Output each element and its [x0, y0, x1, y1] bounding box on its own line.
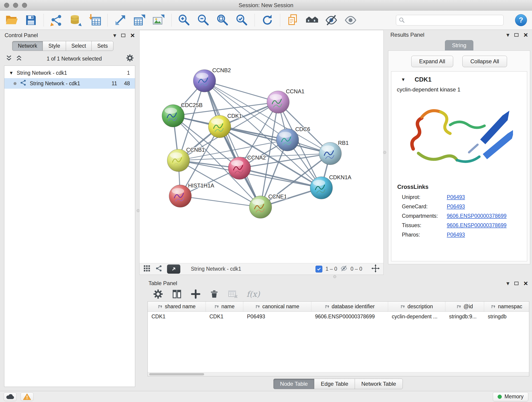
- results-panel: Results Panel ▾ × String Expand All Coll…: [388, 30, 530, 275]
- pan-navigation-icon[interactable]: [371, 264, 380, 274]
- compartments-link[interactable]: 9606.ENSP00000378699: [447, 213, 507, 219]
- select-columns-icon[interactable]: [172, 289, 182, 299]
- tab-node-table[interactable]: Node Table: [273, 379, 314, 389]
- protein-structure-image: [391, 97, 527, 179]
- genecard-link[interactable]: P06493: [447, 204, 465, 210]
- network-label: String Network - cdk1: [30, 80, 80, 87]
- share-view-icon[interactable]: [155, 265, 162, 274]
- export-image-icon[interactable]: [152, 13, 165, 27]
- network-selection-row: 1 of 1 Network selected: [6, 54, 134, 63]
- svg-text:CDK1: CDK1: [227, 113, 242, 119]
- horizontal-scrollbar[interactable]: [148, 372, 529, 376]
- zoom-fit-icon[interactable]: [216, 13, 229, 27]
- column-header[interactable]: namespac: [484, 302, 529, 312]
- collapse-all-button[interactable]: Collapse All: [462, 56, 507, 67]
- column-header[interactable]: shared name: [148, 302, 206, 312]
- save-session-icon[interactable]: [24, 13, 38, 27]
- network-graph[interactable]: CCNB2CCNA1CDC25BCDK1CDC6RB1CCNB1CCNA2CDK…: [139, 30, 383, 263]
- tissues-link[interactable]: 9606.ENSP00000378699: [447, 222, 507, 229]
- table-toolbar: f(x): [146, 288, 530, 301]
- collapse-all-networks-icon[interactable]: [16, 55, 22, 63]
- collapse-panel-icon[interactable]: ▾: [506, 32, 509, 38]
- close-panel-icon[interactable]: ×: [130, 32, 135, 39]
- float-panel-icon[interactable]: [121, 34, 125, 37]
- close-panel-icon[interactable]: ×: [524, 280, 528, 287]
- disclosure-triangle-icon[interactable]: ▼: [9, 70, 13, 76]
- protein-entry-section: ▼ CDK1 cyclin-dependent kinase 1: [391, 71, 527, 261]
- network-canvas[interactable]: CCNB2CCNA1CDC25BCDK1CDC6RB1CCNB1CCNA2CDK…: [139, 30, 383, 263]
- splitter-handle[interactable]: [137, 209, 140, 212]
- minimize-window-button[interactable]: [13, 3, 18, 8]
- svg-text:CCNB2: CCNB2: [212, 67, 231, 73]
- help-button[interactable]: ?: [515, 14, 527, 26]
- import-table-icon[interactable]: [88, 13, 101, 27]
- collapse-panel-icon[interactable]: ▾: [506, 280, 509, 286]
- add-column-icon[interactable]: [191, 289, 201, 299]
- delete-column-icon[interactable]: [209, 289, 219, 299]
- column-header[interactable]: @id: [445, 302, 484, 312]
- show-all-icon[interactable]: [344, 13, 357, 27]
- tab-style[interactable]: Style: [43, 41, 66, 51]
- network-collection-row[interactable]: ▼ String Network - cdk1 1: [4, 68, 135, 78]
- network-options-gear-icon[interactable]: [126, 54, 134, 63]
- tab-select[interactable]: Select: [66, 41, 92, 51]
- svg-text:CCNA2: CCNA2: [247, 154, 266, 161]
- vertical-splitter[interactable]: [384, 30, 386, 275]
- uniprot-link[interactable]: P06493: [447, 194, 465, 200]
- expand-all-networks-icon[interactable]: [6, 55, 12, 63]
- export-table-icon[interactable]: [133, 13, 146, 27]
- crosslink-row: Pharos: P06493: [391, 230, 527, 240]
- float-panel-icon[interactable]: [514, 33, 519, 37]
- network-share-icon: [20, 79, 27, 88]
- network-row-selected[interactable]: String Network - cdk1 11 48: [4, 78, 135, 89]
- zoom-out-icon[interactable]: [197, 13, 210, 27]
- table-row[interactable]: CDK1 CDK1 P06493 9606.ENSP00000378699 cy…: [148, 312, 529, 321]
- tab-network-table[interactable]: Network Table: [355, 379, 403, 389]
- network-edge-count: 48: [117, 80, 130, 87]
- column-header[interactable]: description: [388, 302, 445, 312]
- close-panel-icon[interactable]: ×: [524, 31, 528, 38]
- close-window-button[interactable]: [4, 3, 9, 8]
- import-network-icon[interactable]: [50, 13, 63, 27]
- horizontal-splitter[interactable]: [139, 275, 530, 279]
- birds-eye-view-button[interactable]: [167, 264, 180, 274]
- table-settings-gear-icon[interactable]: [153, 289, 163, 299]
- memory-button[interactable]: Memory: [493, 392, 528, 401]
- splitter-handle[interactable]: [333, 275, 336, 278]
- export-network-icon[interactable]: [114, 13, 127, 27]
- tab-network[interactable]: Network: [12, 41, 43, 51]
- tab-edge-table[interactable]: Edge Table: [314, 379, 355, 389]
- home-icon[interactable]: [305, 13, 319, 27]
- hidden-eye-icon[interactable]: [341, 265, 347, 273]
- refresh-icon[interactable]: [261, 13, 274, 27]
- column-header[interactable]: name: [206, 302, 243, 312]
- network-node-count: 11: [104, 80, 117, 87]
- svg-text:CCNA1: CCNA1: [286, 88, 304, 95]
- tab-string[interactable]: String: [445, 40, 474, 51]
- zoom-window-button[interactable]: [22, 3, 27, 8]
- protein-description: cyclin-dependent kinase 1: [391, 85, 527, 94]
- splitter-handle[interactable]: [383, 151, 386, 154]
- warning-button[interactable]: [21, 392, 33, 401]
- zoom-selected-icon[interactable]: [235, 13, 249, 27]
- cloud-status-button[interactable]: [4, 392, 17, 401]
- zoom-in-icon[interactable]: [177, 13, 191, 27]
- entry-disclosure-icon[interactable]: ▼: [401, 77, 405, 82]
- float-panel-icon[interactable]: [514, 282, 519, 285]
- vertical-splitter[interactable]: [137, 30, 139, 391]
- search-input[interactable]: [396, 15, 504, 26]
- hide-selected-icon[interactable]: [325, 13, 338, 27]
- column-header[interactable]: canonical name: [243, 302, 311, 312]
- collapse-panel-icon[interactable]: ▾: [113, 32, 116, 38]
- selected-nodes-checkbox[interactable]: [316, 266, 322, 273]
- copy-document-icon[interactable]: [286, 13, 299, 27]
- open-session-icon[interactable]: [5, 13, 18, 27]
- pharos-link[interactable]: P06493: [447, 232, 465, 238]
- column-header[interactable]: database identifier: [311, 302, 388, 312]
- import-database-icon[interactable]: [69, 13, 82, 27]
- scrollbar-thumb[interactable]: [149, 373, 204, 375]
- grid-icon[interactable]: [143, 265, 151, 274]
- tab-sets[interactable]: Sets: [91, 41, 114, 51]
- toolbar-separator: [171, 14, 172, 27]
- expand-all-button[interactable]: Expand All: [411, 56, 453, 67]
